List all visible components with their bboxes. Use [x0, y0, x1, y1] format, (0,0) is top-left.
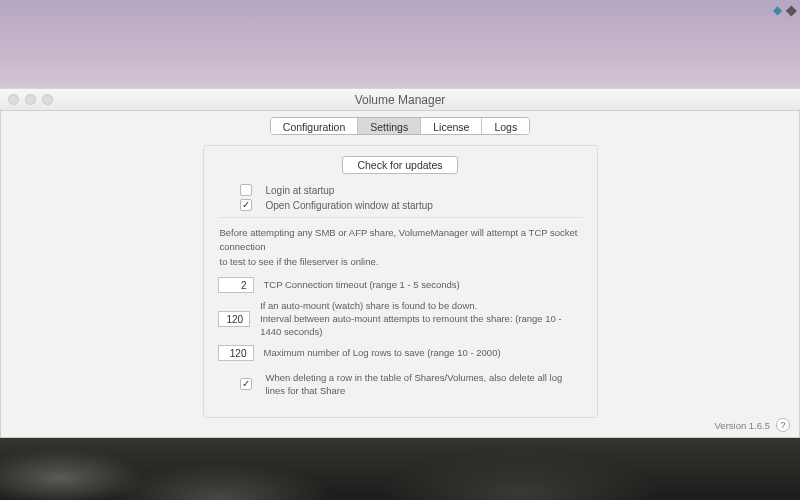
max-log-rows-label: Maximum number of Log rows to save (rang…	[264, 346, 501, 359]
app-window: Volume Manager Configuration Settings Li…	[0, 88, 800, 438]
menubar-notification-icon[interactable]: ❖	[785, 3, 798, 19]
segmented-control: Configuration Settings License Logs	[270, 117, 530, 135]
tab-logs[interactable]: Logs	[482, 118, 529, 134]
open-config-at-startup-label: Open Configuration window at startup	[266, 200, 433, 211]
tab-license[interactable]: License	[421, 118, 482, 134]
remount-interval-label: If an auto-mount (watch) share is found …	[260, 299, 582, 339]
window-close-button[interactable]	[8, 94, 19, 105]
tcp-timeout-input[interactable]: 2	[218, 277, 254, 293]
remount-interval-label-line2: Interval between auto-mount attempts to …	[260, 312, 582, 339]
delete-logs-checkbox[interactable]	[240, 378, 252, 390]
tab-configuration[interactable]: Configuration	[271, 118, 358, 134]
login-at-startup-row: Login at startup	[240, 184, 583, 196]
tcp-timeout-row: 2 TCP Connection timeout (range 1 - 5 se…	[218, 277, 583, 293]
login-at-startup-label: Login at startup	[266, 185, 335, 196]
delete-logs-row: When deleting a row in the table of Shar…	[240, 371, 583, 398]
max-log-rows-row: 120 Maximum number of Log rows to save (…	[218, 345, 583, 361]
window-minimize-button[interactable]	[25, 94, 36, 105]
open-config-at-startup-row: Open Configuration window at startup	[240, 199, 583, 211]
window-title: Volume Manager	[355, 93, 446, 107]
settings-panel: Check for updates Login at startup Open …	[203, 145, 598, 418]
tab-bar: Configuration Settings License Logs	[0, 111, 800, 145]
version-label: Version 1.6.5	[715, 420, 770, 431]
help-button[interactable]: ?	[776, 418, 790, 432]
open-config-at-startup-checkbox[interactable]	[240, 199, 252, 211]
max-log-rows-input[interactable]: 120	[218, 345, 254, 361]
tab-settings[interactable]: Settings	[358, 118, 421, 134]
desktop-wallpaper: ◆ ❖ Volume Manager Configuration Setting…	[0, 0, 800, 500]
check-updates-button[interactable]: Check for updates	[342, 156, 457, 174]
window-titlebar: Volume Manager	[0, 89, 800, 111]
remount-interval-row: 120 If an auto-mount (watch) share is fo…	[218, 299, 583, 339]
tcp-desc-line1: Before attempting any SMB or AFP share, …	[220, 226, 583, 255]
remount-interval-label-line1: If an auto-mount (watch) share is found …	[260, 299, 582, 312]
window-traffic-lights	[8, 94, 53, 105]
window-zoom-button[interactable]	[42, 94, 53, 105]
tcp-desc-line2: to test to see if the fileserver is onli…	[220, 255, 583, 269]
tcp-timeout-label: TCP Connection timeout (range 1 - 5 seco…	[264, 278, 460, 291]
tcp-description: Before attempting any SMB or AFP share, …	[220, 226, 583, 269]
remount-interval-input[interactable]: 120	[218, 311, 251, 327]
divider	[218, 217, 583, 218]
delete-logs-label: When deleting a row in the table of Shar…	[266, 371, 583, 398]
login-at-startup-checkbox[interactable]	[240, 184, 252, 196]
window-footer: Version 1.6.5 ?	[715, 418, 790, 432]
wallpaper-foreground	[0, 438, 800, 500]
menubar-app-icon[interactable]: ◆	[773, 3, 782, 17]
